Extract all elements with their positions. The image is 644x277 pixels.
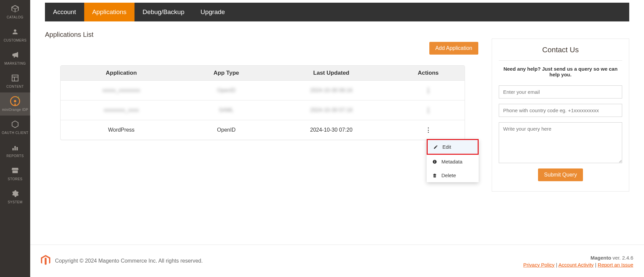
copyright-text: Copyright © 2024 Magento Commerce Inc. A… <box>55 258 203 264</box>
cell-actions: ⋮ <box>392 87 465 94</box>
svg-rect-7 <box>12 148 14 150</box>
query-textarea[interactable] <box>499 122 622 163</box>
dropdown-metadata[interactable]: i Metadata <box>427 155 479 168</box>
svg-marker-6 <box>12 121 18 128</box>
dropdown-edit-label: Edit <box>442 144 451 150</box>
miniorange-icon <box>9 96 21 106</box>
more-actions-icon[interactable]: ⋮ <box>425 87 431 94</box>
sidebar-label: OAUTH CLIENT <box>2 131 28 135</box>
cube-icon <box>11 4 19 13</box>
info-icon: i <box>432 159 437 164</box>
cell-app-type: OpenID <box>182 127 271 133</box>
contact-title: Contact Us <box>499 46 622 61</box>
account-activity-link[interactable]: Account Activity <box>558 262 594 268</box>
person-icon <box>11 27 19 37</box>
applications-table: Application App Type Last Updated Action… <box>60 65 465 140</box>
svg-rect-5 <box>14 103 16 106</box>
table-row: xxxxx_xxxxxxxx OpenID 2024-10-30 06:16 ⋮ <box>61 81 465 100</box>
pencil-icon <box>433 145 438 149</box>
contact-subtitle: Need any help? Just send us a query so w… <box>499 66 622 77</box>
sidebar-label: MARKETING <box>4 62 26 65</box>
dropdown-metadata-label: Metadata <box>441 159 463 164</box>
sidebar-item-miniorange[interactable]: miniOrange IDP <box>0 92 30 116</box>
svg-text:i: i <box>434 160 435 163</box>
sidebar-label: REPORTS <box>6 154 24 158</box>
magento-logo-icon <box>41 255 50 267</box>
table-row: WordPress OpenID 2024-10-30 07:20 ⋮ Edit <box>61 120 465 140</box>
hexagon-icon <box>11 120 19 129</box>
cell-application: xxxxx_xxxxxxxx <box>61 87 182 93</box>
svg-point-4 <box>14 100 16 102</box>
cell-last-updated: 2024-10-30 07:20 <box>271 127 392 133</box>
sidebar-item-customers[interactable]: CUSTOMERS <box>0 23 30 46</box>
svg-rect-9 <box>16 147 18 150</box>
more-actions-icon[interactable]: ⋮ <box>425 126 431 134</box>
sidebar-item-catalog[interactable]: CATALOG <box>0 0 30 23</box>
privacy-policy-link[interactable]: Privacy Policy <box>523 262 554 268</box>
product-name: Magento <box>590 255 611 261</box>
tab-bar: Account Applications Debug/Backup Upgrad… <box>45 3 629 21</box>
phone-input[interactable] <box>499 104 622 117</box>
sidebar-label: CATALOG <box>7 15 23 19</box>
table-header: Application App Type Last Updated Action… <box>61 66 465 81</box>
cell-last-updated: 2024-10-30 06:16 <box>271 87 392 93</box>
bullhorn-icon <box>11 50 19 60</box>
actions-dropdown: Edit i Metadata Delete <box>427 139 479 182</box>
tab-debug[interactable]: Debug/Backup <box>135 3 193 21</box>
main-content: Account Applications Debug/Backup Upgrad… <box>30 0 644 192</box>
report-issue-link[interactable]: Report an Issue <box>598 262 633 268</box>
sidebar-label: STORES <box>8 177 22 181</box>
page-title: Applications List <box>45 31 629 39</box>
submit-query-button[interactable]: Submit Query <box>538 168 583 181</box>
tab-applications[interactable]: Applications <box>84 3 135 21</box>
header-last-updated: Last Updated <box>271 70 392 76</box>
sidebar-label: CUSTOMERS <box>4 39 26 42</box>
sidebar: CATALOG CUSTOMERS MARKETING CONTENT mini… <box>0 0 30 277</box>
dropdown-edit[interactable]: Edit <box>427 139 479 155</box>
svg-rect-0 <box>12 75 18 81</box>
sidebar-item-system[interactable]: SYSTEM <box>0 185 30 208</box>
header-actions: Actions <box>392 70 465 76</box>
page-footer: Copyright © 2024 Magento Commerce Inc. A… <box>30 245 644 277</box>
cell-application: WordPress <box>61 127 182 133</box>
trash-icon <box>432 173 437 178</box>
chart-icon <box>11 143 19 152</box>
sidebar-item-oauth[interactable]: OAUTH CLIENT <box>0 116 30 139</box>
applications-panel: Add Application Application App Type Las… <box>45 42 478 192</box>
sidebar-label: miniOrange IDP <box>2 108 28 112</box>
more-actions-icon[interactable]: ⋮ <box>425 107 431 114</box>
email-input[interactable] <box>499 85 622 98</box>
tab-account[interactable]: Account <box>45 3 84 21</box>
sidebar-item-reports[interactable]: REPORTS <box>0 139 30 162</box>
cell-app-type: OpenID <box>182 87 271 93</box>
table-row: xxxxxxxx_xxxx SAML 2024-10-30 07:18 ⋮ <box>61 100 465 120</box>
header-application: Application <box>61 70 182 76</box>
sidebar-label: SYSTEM <box>8 200 22 204</box>
cell-application: xxxxxxxx_xxxx <box>61 107 182 113</box>
sidebar-label: CONTENT <box>6 85 24 88</box>
layout-icon <box>11 73 19 83</box>
cell-last-updated: 2024-10-30 07:18 <box>271 107 392 113</box>
cell-actions: ⋮ <box>392 107 465 114</box>
contact-panel: Contact Us Need any help? Just send us a… <box>492 39 629 192</box>
tab-upgrade[interactable]: Upgrade <box>193 3 233 21</box>
sidebar-item-marketing[interactable]: MARKETING <box>0 46 30 69</box>
cell-app-type: SAML <box>182 107 271 113</box>
dropdown-delete[interactable]: Delete <box>427 168 479 182</box>
header-app-type: App Type <box>182 70 271 76</box>
gear-icon <box>11 189 19 198</box>
version-text: ver. 2.4.6 <box>611 255 633 261</box>
dropdown-delete-label: Delete <box>441 172 456 178</box>
store-icon <box>11 166 19 175</box>
cell-actions: ⋮ <box>392 126 465 134</box>
sidebar-item-stores[interactable]: STORES <box>0 162 30 185</box>
sidebar-item-content[interactable]: CONTENT <box>0 69 30 92</box>
add-application-button[interactable]: Add Application <box>429 42 478 55</box>
svg-rect-8 <box>14 146 16 150</box>
